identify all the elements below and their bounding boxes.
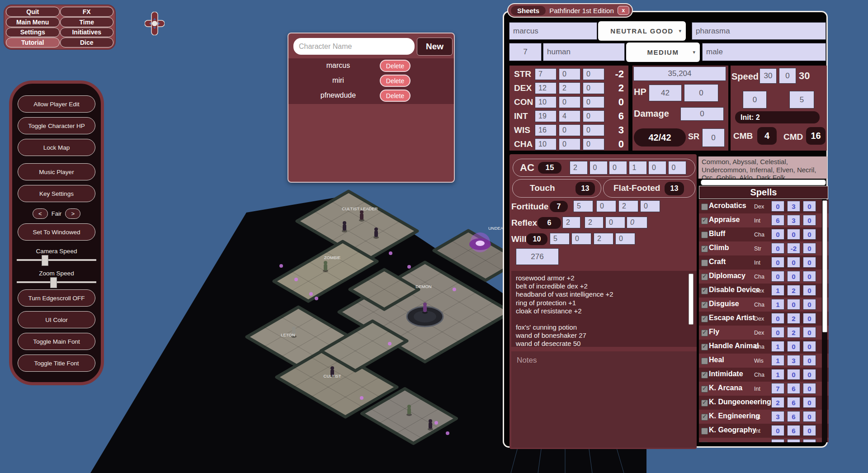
ability-misc-field[interactable]: 0 xyxy=(583,96,604,108)
ability-bonus-field[interactable]: 0 xyxy=(559,138,580,150)
skill-value-field[interactable]: 0 xyxy=(803,229,816,240)
map-dpad-icon[interactable] xyxy=(145,12,165,35)
skill-value-field[interactable]: 6 xyxy=(771,215,784,226)
skill-value-field[interactable]: 0 xyxy=(803,341,816,352)
character-name-input[interactable] xyxy=(293,38,415,55)
skill-checkbox[interactable]: ✓ xyxy=(701,232,708,238)
skill-value-field[interactable]: 0 xyxy=(803,383,816,394)
skill-value-field[interactable]: 0 xyxy=(771,313,784,324)
delete-character-button[interactable]: Delete xyxy=(380,60,410,72)
skill-value-field[interactable]: 3 xyxy=(787,355,800,366)
menu-mainmenu-button[interactable]: Main Menu xyxy=(6,17,60,27)
skill-checkbox[interactable]: ✓ xyxy=(701,288,708,294)
skill-value-field[interactable]: 6 xyxy=(787,397,800,408)
misc-total-field[interactable]: 276 xyxy=(516,248,559,265)
skill-value-field[interactable]: 0 xyxy=(803,369,816,380)
toggle-main-font-button[interactable]: Toggle Main Font xyxy=(18,333,95,350)
toggle-character-hp-button[interactable]: Toggle Character HP xyxy=(18,117,95,134)
spells-button[interactable]: Spells xyxy=(699,186,828,199)
skill-checkbox[interactable]: ✓ xyxy=(701,274,708,280)
skill-value-field[interactable]: 0 xyxy=(771,425,784,436)
ability-score-field[interactable]: 7 xyxy=(535,68,557,80)
ability-bonus-field[interactable]: 2 xyxy=(559,82,580,94)
skill-value-field[interactable] xyxy=(803,439,816,442)
skill-checkbox[interactable]: ✓ xyxy=(701,203,708,210)
sr-field[interactable]: 0 xyxy=(702,128,725,147)
skill-value-field[interactable]: 0 xyxy=(787,299,800,310)
xp-field[interactable]: 35,204 xyxy=(633,66,726,81)
menu-initiatives-button[interactable]: Initiatives xyxy=(60,28,114,38)
skill-value-field[interactable]: 3 xyxy=(787,215,800,226)
skill-value-field[interactable]: 6 xyxy=(787,411,800,422)
ac-field[interactable]: 2 xyxy=(570,161,588,175)
languages-scrollbar[interactable] xyxy=(701,180,826,185)
ability-score-field[interactable]: 10 xyxy=(535,138,557,150)
menu-dice-button[interactable]: Dice xyxy=(60,38,114,47)
level-field[interactable]: 7 xyxy=(509,43,542,61)
skill-value-field[interactable]: 6 xyxy=(787,425,800,436)
ac-field[interactable]: 0 xyxy=(609,161,627,175)
speed-misc-field[interactable]: 0 xyxy=(779,68,796,84)
languages-field[interactable]: Common, Abyssal, Celestial, Undercommon,… xyxy=(698,156,827,179)
ability-misc-field[interactable]: 0 xyxy=(583,110,604,122)
toggle-title-font-button[interactable]: Toggle Title Font xyxy=(18,355,95,372)
alignment-dropdown[interactable]: NEUTRAL GOOD ▾ xyxy=(598,21,686,41)
skill-value-field[interactable]: 2 xyxy=(787,313,800,324)
ability-misc-field[interactable]: 0 xyxy=(583,138,604,150)
skill-checkbox[interactable]: ✓ xyxy=(701,246,708,252)
ac-field[interactable]: 0 xyxy=(648,161,666,175)
skill-value-field[interactable]: 0 xyxy=(771,327,784,338)
ability-bonus-field[interactable]: 0 xyxy=(559,68,580,80)
skill-checkbox[interactable]: ✓ xyxy=(701,400,708,407)
reflex-field[interactable]: 0 xyxy=(627,217,647,228)
skill-value-field[interactable]: 0 xyxy=(803,215,816,226)
skill-value-field[interactable]: 0 xyxy=(803,425,816,436)
ui-color-button[interactable]: UI Color xyxy=(18,311,95,328)
skill-value-field[interactable]: 0 xyxy=(803,271,816,282)
edgescroll-button[interactable]: Turn Edgescroll OFF xyxy=(18,289,95,307)
skill-value-field[interactable]: 0 xyxy=(803,299,816,310)
skill-checkbox[interactable]: ✓ xyxy=(701,260,708,266)
ac-field[interactable]: 0 xyxy=(668,161,686,175)
items-textarea[interactable]: rosewood armor +2belt of incredible dex … xyxy=(511,271,697,347)
speed-base-field[interactable]: 30 xyxy=(760,68,777,84)
ability-misc-field[interactable]: 0 xyxy=(583,68,604,80)
delete-character-button[interactable]: Delete xyxy=(380,90,410,102)
tab-sheets[interactable]: Sheets xyxy=(511,6,546,15)
menu-time-button[interactable]: Time xyxy=(60,17,114,27)
fortitude-field[interactable]: 5 xyxy=(573,200,593,212)
menu-tutorial-button[interactable]: Tutorial xyxy=(6,38,60,47)
will-field[interactable]: 5 xyxy=(550,233,570,245)
ability-misc-field[interactable]: 0 xyxy=(583,82,604,94)
size-dropdown[interactable]: MEDIUM ▾ xyxy=(626,43,700,62)
allow-player-edit-button[interactable]: Allow Player Edit xyxy=(18,95,95,113)
skill-value-field[interactable] xyxy=(787,439,800,442)
key-settings-button[interactable]: Key Settings xyxy=(18,185,95,202)
speed-armor-field[interactable]: 0 xyxy=(743,91,767,109)
skill-checkbox[interactable]: ✓ xyxy=(701,218,708,224)
skill-value-field[interactable]: 0 xyxy=(803,355,816,366)
ability-score-field[interactable]: 16 xyxy=(535,124,557,136)
ability-score-field[interactable]: 12 xyxy=(535,82,557,94)
skill-value-field[interactable]: 7 xyxy=(771,383,784,394)
notes-textarea[interactable]: Notes xyxy=(511,351,697,448)
ability-bonus-field[interactable]: 0 xyxy=(559,96,580,108)
skill-value-field[interactable]: 2 xyxy=(787,285,800,296)
stepper-prev-button[interactable]: < xyxy=(33,208,48,219)
skill-value-field[interactable]: 0 xyxy=(771,229,784,240)
skill-checkbox[interactable]: ✓ xyxy=(701,386,708,393)
zoom-speed-thumb[interactable] xyxy=(50,277,57,288)
skill-value-field[interactable]: 1 xyxy=(771,369,784,380)
skill-value-field[interactable]: 0 xyxy=(787,257,800,268)
skill-value-field[interactable]: 0 xyxy=(787,229,800,240)
camera-speed-slider[interactable] xyxy=(17,259,96,261)
skill-value-field[interactable]: 1 xyxy=(771,285,784,296)
fortitude-field[interactable]: 0 xyxy=(596,200,616,212)
hp-current-field[interactable]: 42 xyxy=(649,85,682,101)
skill-value-field[interactable]: 1 xyxy=(771,299,784,310)
skill-value-field[interactable] xyxy=(771,439,784,442)
ability-misc-field[interactable]: 0 xyxy=(583,124,604,136)
will-field[interactable]: 0 xyxy=(571,233,591,245)
ability-bonus-field[interactable]: 0 xyxy=(559,124,580,136)
gender-field[interactable]: male xyxy=(702,43,826,61)
